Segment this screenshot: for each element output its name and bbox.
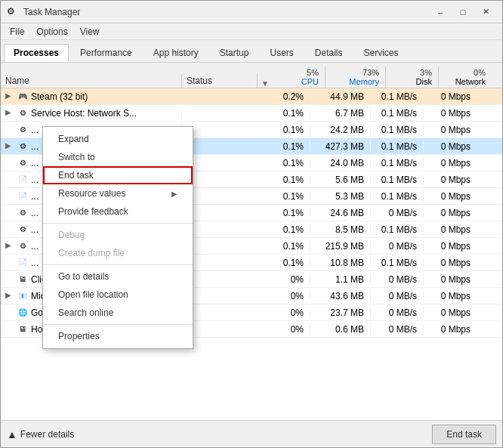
- menu-options[interactable]: Options: [30, 25, 73, 39]
- table-row[interactable]: ▶🎮Steam (32 bit)0.2%44.9 MB0.1 MB/s0 Mbp…: [1, 88, 502, 105]
- tabs-bar: Processes Performance App history Startu…: [1, 40, 502, 63]
- process-icon: 📄: [17, 191, 28, 202]
- process-name-text: ...: [31, 175, 39, 185]
- row-disk: 0.1 MB/s: [371, 141, 424, 152]
- expand-placeholder: [5, 224, 16, 235]
- minimize-button[interactable]: –: [430, 5, 451, 20]
- context-menu-item-create-dump-file: Create dump file: [43, 244, 193, 262]
- context-menu-separator: [43, 264, 193, 265]
- end-task-button[interactable]: End task: [432, 425, 496, 444]
- row-cpu: 0.1%: [258, 141, 310, 152]
- table-header: Name Status ▼ 5% CPU 73% Memory 3% Disk: [1, 63, 502, 88]
- context-menu-separator: [43, 324, 193, 325]
- row-network: 0 Mbps: [424, 91, 477, 102]
- row-disk: 0.1 MB/s: [371, 108, 424, 119]
- expand-icon[interactable]: ▶: [5, 241, 16, 252]
- context-menu-item-properties[interactable]: Properties: [43, 327, 193, 345]
- row-process-name: ▶⚙Service Host: Network S...: [1, 108, 182, 119]
- process-icon: 🌐: [17, 307, 28, 318]
- table-row[interactable]: ▶⚙Service Host: Network S...0.1%6.7 MB0.…: [1, 105, 502, 122]
- row-memory: 43.6 MB: [310, 291, 371, 301]
- network-pct: 0%: [474, 68, 486, 77]
- process-icon: ⚙: [17, 224, 28, 235]
- maximize-button[interactable]: □: [452, 5, 474, 20]
- expand-placeholder: [5, 258, 16, 268]
- row-network: 0 Mbps: [424, 125, 477, 135]
- disk-label: Disk: [416, 77, 432, 86]
- expand-icon[interactable]: ▶: [5, 291, 16, 301]
- expand-icon[interactable]: ▶: [5, 108, 16, 119]
- col-header-network[interactable]: 0% Network: [439, 66, 492, 88]
- row-cpu: 0.1%: [258, 158, 310, 168]
- row-disk: 0.1 MB/s: [371, 158, 424, 168]
- row-memory: 44.9 MB: [310, 91, 371, 102]
- process-icon: 🖥: [17, 274, 28, 285]
- row-memory: 1.1 MB: [310, 274, 371, 285]
- process-table[interactable]: ▶🎮Steam (32 bit)0.2%44.9 MB0.1 MB/s0 Mbp…: [1, 88, 502, 420]
- process-icon: 📄: [17, 175, 28, 185]
- tab-users[interactable]: Users: [260, 44, 303, 62]
- row-disk: 0.1 MB/s: [371, 175, 424, 185]
- tab-services[interactable]: Services: [354, 44, 409, 62]
- context-menu-item-label: Search online: [58, 307, 113, 318]
- context-menu-item-expand[interactable]: Expand: [43, 130, 193, 148]
- title-bar: ⚙ Task Manager – □ ✕: [1, 1, 502, 23]
- context-menu-item-label: Open file location: [58, 289, 128, 300]
- process-name-text: ...: [31, 224, 39, 235]
- fewer-details-arrow-icon: ▲: [7, 428, 17, 440]
- context-menu-item-go-to-details[interactable]: Go to details: [43, 267, 193, 286]
- expand-placeholder: [5, 191, 16, 202]
- window-title: Task Manager: [23, 7, 80, 17]
- col-header-cpu[interactable]: 5% CPU: [273, 66, 326, 88]
- process-icon: ⚙: [17, 141, 28, 152]
- tab-processes[interactable]: Processes: [4, 44, 69, 62]
- process-name-text: Steam (32 bit): [31, 91, 88, 102]
- row-disk: 0 MB/s: [371, 241, 424, 252]
- row-cpu: 0%: [258, 291, 310, 301]
- row-network: 0 Mbps: [424, 175, 477, 185]
- context-menu-item-search-online[interactable]: Search online: [43, 304, 193, 322]
- menu-file[interactable]: File: [4, 25, 30, 39]
- row-disk: 0 MB/s: [371, 307, 424, 318]
- context-menu-item-open-file-location[interactable]: Open file location: [43, 286, 193, 304]
- row-memory: 215.9 MB: [310, 241, 371, 252]
- col-header-memory[interactable]: 73% Memory: [326, 66, 386, 88]
- expand-icon[interactable]: ▶: [5, 141, 16, 152]
- col-name-label: Name: [5, 76, 29, 86]
- tab-app-history[interactable]: App history: [143, 44, 208, 62]
- fewer-details-label: Fewer details: [20, 429, 74, 440]
- tab-performance[interactable]: Performance: [70, 44, 142, 62]
- col-header-disk[interactable]: 3% Disk: [386, 66, 439, 88]
- row-network: 0 Mbps: [424, 307, 477, 318]
- row-disk: 0 MB/s: [371, 291, 424, 301]
- context-menu-item-label: Resource values: [58, 188, 125, 199]
- context-menu-item-label: Create dump file: [58, 248, 125, 258]
- close-button[interactable]: ✕: [475, 5, 496, 20]
- context-menu-item-switch-to[interactable]: Switch to: [43, 148, 193, 166]
- expand-placeholder: [5, 125, 16, 135]
- fewer-details-button[interactable]: ▲ Fewer details: [7, 428, 74, 440]
- tab-details[interactable]: Details: [305, 44, 353, 62]
- process-name-text: ...: [31, 258, 39, 268]
- context-menu-item-end-task[interactable]: End task: [43, 166, 193, 184]
- row-network: 0 Mbps: [424, 141, 477, 152]
- process-icon: ⚙: [17, 241, 28, 252]
- menu-view[interactable]: View: [74, 25, 106, 39]
- expand-icon[interactable]: ▶: [5, 91, 16, 102]
- context-menu-item-resource-values[interactable]: Resource values▶: [43, 184, 193, 202]
- row-disk: 0.1 MB/s: [371, 125, 424, 135]
- cpu-pct: 5%: [307, 68, 319, 77]
- context-menu-item-provide-feedback[interactable]: Provide feedback: [43, 202, 193, 221]
- col-header-name[interactable]: Name: [1, 74, 182, 88]
- process-name-text: ...: [31, 208, 39, 218]
- row-cpu: 0%: [258, 274, 310, 285]
- tab-startup[interactable]: Startup: [210, 44, 259, 62]
- row-network: 0 Mbps: [424, 324, 477, 335]
- row-cpu: 0.1%: [258, 208, 310, 218]
- row-cpu: 0%: [258, 307, 310, 318]
- col-header-status[interactable]: Status: [182, 74, 258, 88]
- col-sort-arrow: ▼: [258, 79, 273, 88]
- process-icon: ⚙: [17, 158, 28, 168]
- context-menu-item-label: End task: [58, 170, 94, 181]
- process-icon: 📄: [17, 258, 28, 268]
